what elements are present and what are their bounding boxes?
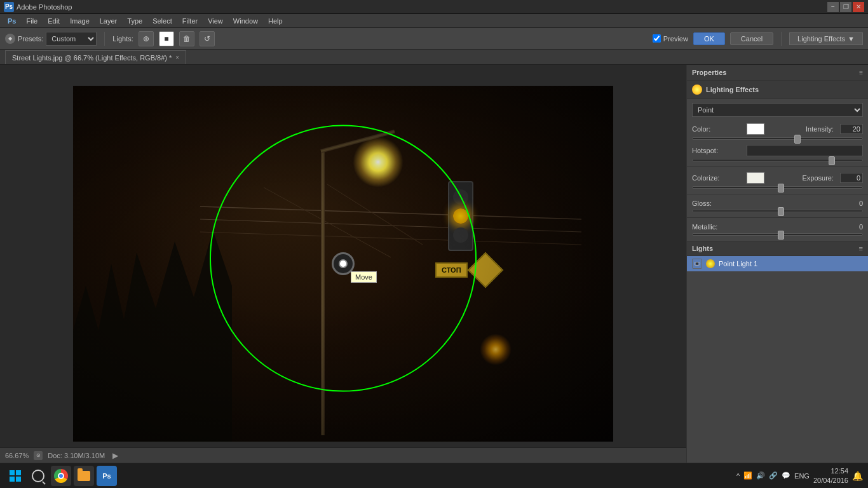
light-visibility-toggle[interactable] [692,259,702,269]
eye-icon [694,262,700,266]
lighting-effects-button[interactable]: Lighting Effects ▼ [789,32,863,45]
traffic-light-red [453,189,468,205]
divider-2 [687,194,868,194]
restore-button[interactable]: ❐ [840,2,851,12]
close-button[interactable]: ✕ [853,2,864,12]
app-logo: Ps [4,2,14,12]
menu-file[interactable]: File [21,16,43,26]
tab-filename: Street Lights.jpg @ 66.7% (Light Effects… [12,54,172,62]
toolbar: ◆ Presets: Custom Lights: ⊕ ■ 🗑 ↺ Previe… [0,28,868,50]
menu-help[interactable]: Help [263,16,288,26]
exposure-slider[interactable] [692,186,863,189]
menu-type[interactable]: Type [122,16,147,26]
menu-layer[interactable]: Layer [95,16,123,26]
cancel-button[interactable]: Cancel [730,32,773,45]
hotspot-slider-row [687,159,868,164]
gloss-slider[interactable] [692,210,863,212]
menu-image[interactable]: Image [65,16,95,26]
folder-icon [78,471,90,481]
intensity-thumb[interactable] [794,135,801,144]
hotspot-row: Hotspot: [687,142,868,159]
notification-icon[interactable]: 💬 [782,471,790,480]
explorer-app[interactable] [74,466,94,486]
tabbar: Street Lights.jpg @ 66.7% (Light Effects… [0,50,868,65]
start-button[interactable] [5,466,25,486]
doc-size: Doc: 3.10M/3.10M [48,452,105,459]
metallic-value: 0 [844,223,863,231]
exposure-input[interactable] [840,173,863,183]
svg-rect-7 [10,477,15,482]
light-item[interactable]: Point Light 1 [687,256,868,271]
menu-view[interactable]: View [203,16,228,26]
intensity-slider[interactable] [692,137,863,140]
exposure-label: Exposure: [802,174,834,182]
light-name: Point Light 1 [719,260,757,268]
metallic-thumb[interactable] [778,231,784,240]
taskbar-clock[interactable]: 12:54 20/04/2016 [813,466,848,485]
properties-panel: Properties ≡ Lighting Effects Point Spot… [686,65,868,463]
windows-logo-icon [9,470,22,482]
photoshop-app[interactable]: Ps [97,466,117,486]
light-center-handle[interactable] [332,252,355,275]
colorize-label: Colorize: [692,174,743,182]
lights-label: Lights: [112,35,133,43]
search-handle-icon [42,481,46,485]
menu-filter[interactable]: Filter [177,16,203,26]
add-light-button[interactable]: ⊕ [139,31,154,46]
chrome-app[interactable] [51,466,71,486]
lights-collapse-button[interactable]: ≡ [859,245,863,252]
canvas-tab[interactable]: Street Lights.jpg @ 66.7% (Light Effects… [5,50,186,64]
exposure-thumb[interactable] [778,184,784,193]
properties-title: Properties [692,69,726,76]
wire-svg [200,181,581,308]
menu-select[interactable]: Select [147,16,177,26]
menu-edit[interactable]: Edit [43,16,65,26]
presets-icon: ◆ [5,34,15,44]
properties-collapse-button[interactable]: ≡ [859,69,863,76]
minimize-button[interactable]: − [827,2,839,12]
network-wifi-icon[interactable]: 🔗 [769,471,778,480]
lights-section-header: Lights ≡ [687,241,868,256]
canvas-area[interactable]: СТОП Move [0,65,686,463]
colorize-swatch[interactable] [747,172,764,184]
wires [200,181,581,308]
network-icon[interactable]: 📶 [743,471,752,480]
lower-right-light [480,334,512,365]
gloss-thumb[interactable] [778,207,784,216]
titlebar: Ps Adobe Photoshop − ❐ ✕ [0,0,868,14]
hotspot-slider[interactable] [692,159,863,161]
menu-ps[interactable]: Ps [3,16,21,26]
search-circle-icon [32,470,44,482]
hotspot-label: Hotspot: [692,147,743,154]
delete-light-button[interactable]: 🗑 [179,31,194,46]
preview-checkbox-label[interactable]: Preview [653,34,688,43]
main-area: СТОП Move [0,65,868,463]
tab-close-button[interactable]: × [175,54,179,61]
search-button[interactable] [28,466,48,486]
properties-header: Properties ≡ [687,65,868,81]
eye-pupil [696,262,698,265]
date-display: 20/04/2016 [813,476,848,485]
color-swatch[interactable] [747,123,764,135]
menu-window[interactable]: Window [228,16,263,26]
preview-label: Preview [663,35,688,43]
toolbar-sep-1 [104,32,105,46]
tray-arrow-icon[interactable]: ^ [736,472,740,480]
ok-button[interactable]: OK [693,32,725,45]
navigator-icon[interactable]: ⊙ [34,451,43,460]
stop-sign: СТОП [435,262,468,278]
traffic-light [448,181,480,257]
hotspot-thumb[interactable] [829,156,835,165]
preview-checkbox[interactable] [653,34,661,43]
reset-light-button[interactable]: ↺ [200,31,215,46]
divider-3 [687,217,868,218]
presets-select[interactable]: Custom [46,32,97,46]
light-type-select[interactable]: Point Spot Infinite [692,103,863,117]
light-color-button[interactable]: ■ [159,31,174,46]
notification-bell-icon[interactable]: 🔔 [852,471,863,481]
system-tray: ^ 📶 🔊 🔗 💬 ENG [736,471,810,480]
zoom-level: 66.67% [5,452,29,459]
intensity-input[interactable] [840,124,863,134]
metallic-slider[interactable] [692,233,863,236]
speaker-icon[interactable]: 🔊 [756,471,765,480]
